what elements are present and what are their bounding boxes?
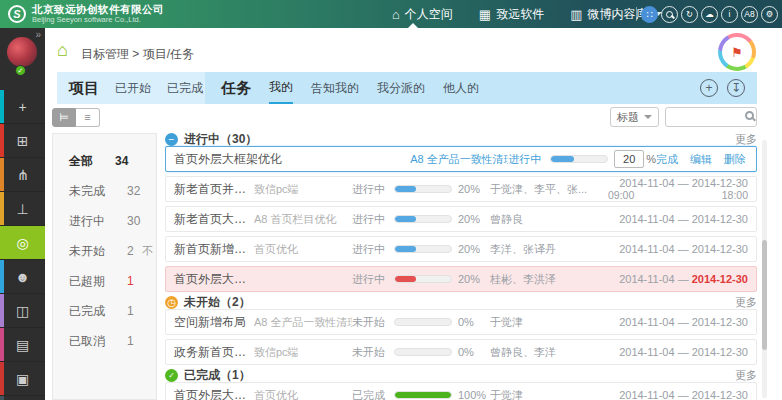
task-status: 进行中	[352, 212, 394, 227]
check-section-icon[interactable]: ✓	[165, 369, 178, 382]
sidebar-item-stamp[interactable]: ⊥	[0, 192, 45, 226]
task-title[interactable]: 新老首页大背景图上传	[174, 211, 254, 228]
task-status: 进行中	[352, 272, 394, 287]
task-row[interactable]: 新首页新增栏目细分 首页优化 进行中 20% 李洋、张译丹 2014-11-04…	[165, 236, 757, 262]
sidebar-item-people-search[interactable]: ☻	[0, 260, 45, 294]
documents-icon: ⊞	[17, 133, 29, 149]
tab-task-others[interactable]: 他人的	[443, 72, 479, 104]
clock-section-icon[interactable]: ◷	[165, 296, 178, 309]
sidebar-item-gauge[interactable]: ◔	[0, 396, 45, 400]
info-icon[interactable]: i	[721, 6, 738, 23]
sidebar-item-briefcase[interactable]: ▣	[0, 362, 45, 396]
more-link[interactable]: 更多	[735, 132, 757, 147]
filter-unfinished[interactable]: 未完成 32	[69, 176, 146, 206]
nav-seeyon-software[interactable]: ▦ 致远软件	[479, 0, 544, 28]
tab-task-assigned-by-me[interactable]: 我分派的	[377, 72, 425, 104]
filter-overdue[interactable]: 已超期 1	[69, 266, 146, 296]
task-row[interactable]: 新老首页大背景图上传 A8 首页栏目优化 进行中 20% 曾静良 2014-11…	[165, 206, 757, 232]
task-project-tag[interactable]: 致信pc端	[254, 345, 352, 360]
tab-task-mine[interactable]: 我的	[269, 72, 293, 104]
tab-task[interactable]: 任务	[221, 79, 251, 98]
task-title[interactable]: 新首页新增栏目细分	[174, 241, 254, 258]
avatar[interactable]	[7, 37, 37, 67]
progress-input[interactable]	[614, 150, 644, 168]
refresh-icon[interactable]: ↻	[681, 6, 698, 23]
filter-completed[interactable]: 已完成 1	[69, 296, 146, 326]
home-breadcrumb-icon[interactable]: ⌂	[57, 40, 68, 61]
filter-in-progress[interactable]: 进行中 30	[69, 206, 146, 236]
stripe	[0, 124, 4, 157]
task-title[interactable]: 首页外层大框架优化	[174, 387, 254, 400]
progress-bar	[394, 245, 452, 253]
task-row[interactable]: 新老首页并存功能（确认新老框架切换的方式） 致信pc端 进行中 20% 于觉津、…	[165, 176, 757, 202]
task-row[interactable]: 政务新首页工作项 致信pc端 未开始 0% 曾静良、李洋 2014-11-04 …	[165, 339, 757, 365]
download-button[interactable]: ↧	[727, 79, 745, 97]
sidebar-item-goals-active[interactable]: ◎	[0, 226, 45, 260]
left-sidebar: » ✓ + ⊞ ⋔ ⊥ ◎	[0, 28, 45, 400]
task-project-tag[interactable]: A8 全产品一致性清理...	[254, 315, 352, 330]
task-title[interactable]: 空间新增布局	[174, 314, 254, 331]
collapse-section-icon[interactable]: −	[165, 133, 178, 146]
search-tools: 标题	[610, 107, 757, 127]
more-link[interactable]: 更多	[735, 368, 757, 383]
settings-gear-icon[interactable]: ⚙	[761, 6, 778, 23]
nav-personal-space[interactable]: ⌂ 个人空间	[392, 0, 453, 28]
task-title[interactable]: 政务新首页工作项	[174, 344, 254, 361]
search-input[interactable]	[666, 109, 736, 127]
sidebar-item-share[interactable]: ⋔	[0, 158, 45, 192]
task-status: 进行中	[508, 152, 550, 167]
task-project-tag[interactable]: A8 全产品一致性清理...	[410, 152, 508, 167]
task-project-tag[interactable]: A8 首页栏目优化	[254, 212, 352, 227]
sidebar-item-add[interactable]: +	[0, 90, 45, 124]
section-header-completed: ✓ 已完成（1） 更多	[165, 369, 757, 382]
people-search-icon: ☻	[15, 269, 30, 285]
list-view-toggle[interactable]: ≡	[76, 108, 100, 127]
sidebar-item-book[interactable]: ◫	[0, 294, 45, 328]
task-title[interactable]: 首页外层大框架优化	[174, 151, 410, 168]
task-row[interactable]: 首页外层大框架优化 首页优化 已完成 100% 于觉津 2014-11-04 —…	[165, 382, 757, 400]
more-link[interactable]: 更多	[735, 295, 757, 310]
filter-label: 进行中	[69, 213, 105, 230]
task-project-tag[interactable]: 首页优化	[254, 242, 352, 257]
progress-fill	[395, 216, 416, 222]
task-row-overdue[interactable]: 首页外层大框架优化 进行中 20% 桂彬、李洪泽 2014-11-04 — 20…	[165, 266, 757, 292]
task-row-selected[interactable]: 首页外层大框架优化 A8 全产品一致性清理... 进行中 % 完成 编辑 删除	[165, 146, 757, 172]
stripe	[0, 294, 4, 327]
task-clock-widget-icon[interactable]: ⚑	[718, 33, 756, 71]
progress-fill	[395, 246, 416, 252]
complete-action[interactable]: 完成	[656, 152, 678, 167]
progress-percent: 20%	[458, 183, 490, 195]
add-task-button[interactable]: +	[700, 79, 718, 97]
task-row[interactable]: 空间新增布局 A8 全产品一致性清理... 未开始 0% 于觉津 2014-11…	[165, 309, 757, 335]
apps-grid-icon[interactable]: ∷	[641, 6, 658, 23]
task-project-tag[interactable]: 致信pc端	[254, 182, 352, 197]
sidebar-menu: + ⊞ ⋔ ⊥ ◎ ☻ ◫	[0, 90, 45, 400]
filter-cancelled[interactable]: 已取消 1	[69, 326, 146, 356]
filter-count: 1	[127, 334, 134, 348]
row-actions: 完成 编辑 删除	[656, 152, 746, 167]
a8-badge-icon[interactable]: A8	[741, 6, 758, 23]
sidebar-item-documents[interactable]: ⊞	[0, 124, 45, 158]
task-title[interactable]: 首页外层大框架优化	[174, 271, 254, 288]
tab-project-finished[interactable]: 已完成	[167, 72, 203, 104]
tree-view-toggle[interactable]: ⊨	[52, 108, 76, 127]
edit-action[interactable]: 编辑	[690, 152, 712, 167]
nav-label: 微博内容库	[587, 6, 647, 23]
search-icon[interactable]	[661, 6, 678, 23]
date-range: 2014-11-04 — 2014-12-30	[590, 389, 748, 400]
search-field-dropdown[interactable]: 标题	[610, 107, 659, 127]
cloud-icon[interactable]: ☁	[701, 6, 718, 23]
delete-action[interactable]: 删除	[724, 152, 746, 167]
scrollbar-thumb[interactable]	[762, 240, 767, 350]
sidebar-item-id-badge[interactable]: ▤	[0, 328, 45, 362]
task-project-tag[interactable]: 首页优化	[254, 388, 352, 400]
tab-project[interactable]: 项目	[69, 79, 99, 98]
tab-task-informed[interactable]: 告知我的	[311, 72, 359, 104]
book-icon: ◫	[16, 303, 29, 319]
tab-project-started[interactable]: 已开始	[115, 72, 151, 104]
task-title[interactable]: 新老首页并存功能（确认新老框架切换的方式）	[174, 181, 254, 198]
filter-all[interactable]: 全部 34	[69, 146, 146, 176]
search-magnifier-icon[interactable]	[745, 111, 754, 120]
scrollbar[interactable]	[762, 140, 767, 398]
filter-not-started[interactable]: 未开始 2	[69, 236, 146, 266]
